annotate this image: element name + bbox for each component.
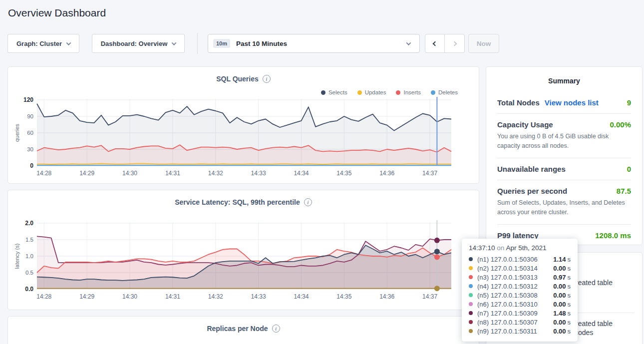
replicas-per-node-title: Replicas per Node <box>207 325 268 333</box>
graph-dropdown-label: Graph: Cluster <box>16 40 62 47</box>
tooltip-node-name: (n4) 127.0.0.1:50312 <box>477 283 538 290</box>
qps-value: 87.5 <box>617 187 631 195</box>
tooltip-node-name: (n2) 127.0.0.1:50314 <box>477 265 538 272</box>
now-button[interactable]: Now <box>468 34 499 53</box>
legend-item-selects[interactable]: Selects <box>321 89 347 95</box>
tooltip-node-value: 0.00 <box>553 265 566 272</box>
chevron-right-icon <box>452 41 457 46</box>
tooltip-node-name: (n5) 127.0.0.1:50308 <box>477 292 538 299</box>
svg-text:14:29: 14:29 <box>79 293 94 300</box>
time-next-button[interactable] <box>445 34 465 53</box>
info-icon[interactable]: i <box>304 198 312 206</box>
legend-dot-icon <box>396 90 400 95</box>
tooltip-node-value: 0.00 <box>553 292 566 299</box>
total-nodes-value: 9 <box>627 98 631 107</box>
tooltip-node-value: 0.00 <box>553 319 566 326</box>
series-color-dot-icon <box>469 266 473 270</box>
svg-text:14:29: 14:29 <box>79 170 94 177</box>
qps-label: Queries per second <box>497 187 567 195</box>
p99-latency-value: 1208.0 ms <box>595 231 631 240</box>
legend-label: Inserts <box>403 89 421 95</box>
tooltip-node-name: (n1) 127.0.0.1:50306 <box>477 256 538 263</box>
unavailable-ranges-value: 0 <box>627 165 631 173</box>
svg-text:14:34: 14:34 <box>294 293 309 300</box>
capacity-usage-label: Capacity Usage <box>497 120 553 129</box>
svg-text:14:28: 14:28 <box>36 293 51 300</box>
time-range-picker[interactable]: 10m Past 10 Minutes <box>208 34 420 53</box>
info-icon[interactable]: i <box>272 325 280 333</box>
series-color-dot-icon <box>469 302 473 306</box>
tooltip-row: (n7) 127.0.0.1:503091.48s <box>469 309 571 318</box>
time-prev-button[interactable] <box>425 34 445 53</box>
sql-queries-title: SQL Queries <box>216 75 259 83</box>
service-latency-title: Service Latency: SQL, 99th percentile <box>175 198 300 206</box>
sql-queries-card: SQL Queries i SelectsUpdatesInsertsDelet… <box>7 66 479 184</box>
svg-text:14:36: 14:36 <box>379 170 394 177</box>
svg-text:14:31: 14:31 <box>165 293 180 300</box>
tooltip-node-value: 1.48 <box>553 310 566 317</box>
summary-title: Summary <box>486 67 642 85</box>
svg-text:0.5: 0.5 <box>25 270 33 276</box>
event-item[interactable]: created table <box>572 320 613 328</box>
chart-hover-tooltip: 14:37:10 on Apr 5th, 2021 (n1) 127.0.0.1… <box>462 239 578 342</box>
legend-dot-icon <box>357 90 362 95</box>
info-icon[interactable]: i <box>263 75 271 83</box>
tooltip-node-name: (n8) 127.0.0.1:50307 <box>477 319 538 326</box>
toolbar-divider <box>197 33 198 54</box>
svg-text:0: 0 <box>30 162 33 169</box>
legend-item-inserts[interactable]: Inserts <box>396 89 421 95</box>
tooltip-node-unit: s <box>568 310 571 317</box>
tooltip-node-unit: s <box>568 283 571 290</box>
tooltip-row: (n6) 127.0.0.1:503100.00s <box>469 300 571 309</box>
svg-text:30: 30 <box>27 146 33 152</box>
svg-text:14:28: 14:28 <box>36 170 51 177</box>
graph-dropdown[interactable]: Graph: Cluster <box>7 34 79 53</box>
view-nodes-list-link[interactable]: View nodes list <box>545 98 599 107</box>
sql-queries-chart[interactable]: 14:2814:2914:3014:3114:3214:3314:3414:35… <box>13 96 457 179</box>
summary-row-qps: Queries per second 87.5 Sum of Selects, … <box>497 180 631 225</box>
svg-text:1.0: 1.0 <box>25 253 33 259</box>
p99-latency-label: P99 latency <box>497 231 539 240</box>
tooltip-row: (n1) 127.0.0.1:503061.14s <box>469 255 571 264</box>
svg-text:14:33: 14:33 <box>251 170 266 177</box>
svg-text:14:30: 14:30 <box>122 293 137 300</box>
legend-label: Selects <box>328 89 347 95</box>
chevron-down-icon <box>66 40 71 45</box>
legend-dot-icon <box>321 90 325 95</box>
series-color-dot-icon <box>469 275 473 279</box>
tooltip-node-unit: s <box>568 319 571 326</box>
tooltip-node-name: (n7) 127.0.0.1:50309 <box>477 310 538 317</box>
tooltip-node-unit: s <box>568 292 571 299</box>
svg-text:queries: queries <box>14 123 20 142</box>
summary-row-unavailable: Unavailable ranges 0 <box>497 158 631 180</box>
legend-item-deletes[interactable]: Deletes <box>431 89 458 95</box>
service-latency-chart[interactable]: 14:2814:2914:3014:3114:3214:3314:3414:35… <box>13 219 457 302</box>
series-color-dot-icon <box>469 257 473 261</box>
legend-item-updates[interactable]: Updates <box>357 89 386 95</box>
summary-panel: Summary Total Nodes View nodes list 9 Ca… <box>486 66 643 245</box>
tooltip-node-name: (n9) 127.0.0.1:50311 <box>477 328 537 335</box>
series-color-dot-icon <box>469 293 473 297</box>
summary-row-total-nodes: Total Nodes View nodes list 9 <box>497 92 631 114</box>
tooltip-row: (n8) 127.0.0.1:503070.00s <box>469 318 571 327</box>
svg-text:14:33: 14:33 <box>251 293 266 300</box>
tooltip-node-unit: s <box>568 274 571 281</box>
tooltip-row: (n4) 127.0.0.1:503120.00s <box>469 282 571 291</box>
legend-label: Updates <box>365 89 386 95</box>
capacity-usage-value: 0.00% <box>610 120 631 129</box>
legend-label: Deletes <box>438 89 458 95</box>
chevron-down-icon <box>172 40 177 45</box>
unavailable-ranges-label: Unavailable ranges <box>497 165 566 173</box>
svg-text:120: 120 <box>23 96 33 103</box>
capacity-usage-desc: You are using 0 B of 4.5 GiB usable disk… <box>497 132 631 151</box>
tooltip-node-value: 0.97 <box>553 274 566 281</box>
tooltip-node-unit: s <box>568 256 571 263</box>
time-nav-arrows <box>425 34 465 53</box>
svg-text:14:32: 14:32 <box>208 170 223 177</box>
svg-text:14:35: 14:35 <box>336 293 351 300</box>
replicas-per-node-card: Replicas per Node i <box>7 316 479 344</box>
svg-text:14:35: 14:35 <box>336 170 351 177</box>
event-item[interactable]: created table <box>572 279 613 287</box>
dashboard-dropdown[interactable]: Dashboard: Overview <box>92 34 185 53</box>
series-color-dot-icon <box>469 320 473 324</box>
